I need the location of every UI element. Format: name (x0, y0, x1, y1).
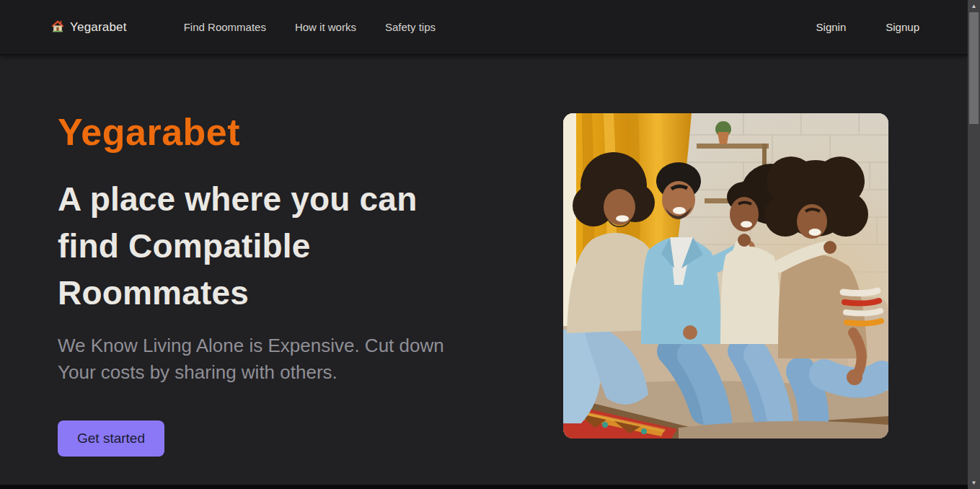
hero-brand-title: Yegarabet (58, 112, 519, 153)
brand-logo[interactable]: Yegarabet (50, 19, 127, 36)
hero-section: Yegarabet A place where you can find Com… (58, 112, 519, 457)
scroll-down-icon[interactable]: ▼ (968, 477, 980, 489)
window-edge (0, 485, 968, 489)
hero-subheading: We Know Living Alone is Expensive. Cut d… (58, 332, 476, 386)
signup-link[interactable]: Signup (886, 21, 919, 33)
scroll-up-icon[interactable]: ▲ (968, 0, 980, 12)
nav-links: Find Roommates How it works Safety tips (184, 21, 436, 33)
hero-heading: A place where you can find Compatible Ro… (58, 176, 462, 317)
hero-image (563, 113, 888, 439)
navbar: Yegarabet Find Roommates How it works Sa… (0, 0, 968, 55)
nav-link-safety-tips[interactable]: Safety tips (385, 21, 436, 33)
signin-link[interactable]: Signin (816, 21, 847, 33)
nav-link-find-roommates[interactable]: Find Roommates (184, 21, 266, 33)
friends-illustration (563, 113, 888, 439)
house-icon (50, 19, 65, 36)
nav-link-how-it-works[interactable]: How it works (295, 21, 356, 33)
brand-name: Yegarabet (70, 20, 127, 35)
scrollbar[interactable]: ▲ ▼ (968, 0, 980, 489)
get-started-button[interactable]: Get started (58, 420, 164, 457)
scrollbar-thumb[interactable] (969, 12, 979, 124)
auth-links: Signin Signup (816, 21, 919, 33)
